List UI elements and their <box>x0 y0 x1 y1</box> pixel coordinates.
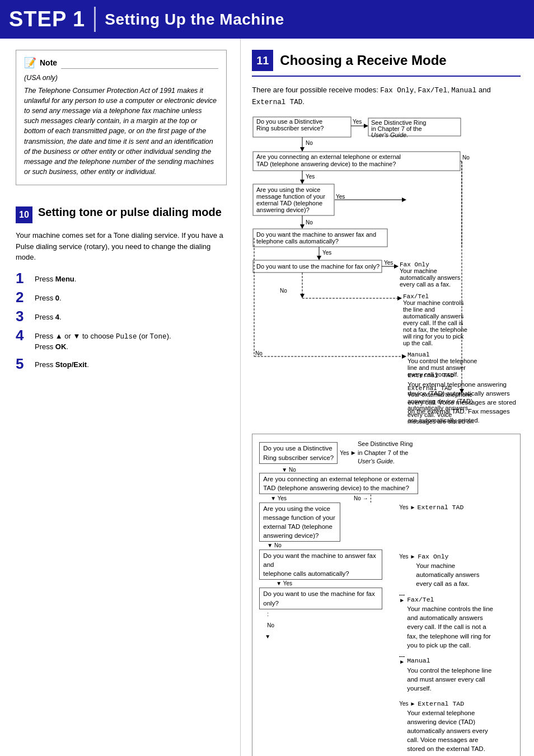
step-text-5: Press Stop/Exit. <box>35 358 89 370</box>
svg-text:automatically answers: automatically answers <box>400 274 461 281</box>
ext-tad-label-top: External TAD <box>418 504 464 511</box>
step-label: STEP 1 <box>9 4 85 34</box>
svg-marker-11 <box>300 147 305 152</box>
svg-text:Are you using the voice: Are you using the voice <box>256 186 320 193</box>
step-text-4: Press ▲ or ▼ to choose Pulse (or Tone).P… <box>35 329 171 353</box>
svg-marker-49 <box>397 296 402 300</box>
section10-badge: 10 <box>16 206 32 223</box>
step-text-2: Press 0. <box>35 291 62 303</box>
svg-text:Yes: Yes <box>336 194 345 200</box>
fax-only-label: Fax Only <box>418 552 448 561</box>
fax-only-desc: Your machine automatically answers every… <box>399 561 491 588</box>
svg-marker-68 <box>402 198 406 202</box>
svg-marker-46 <box>300 294 305 298</box>
note-icon: 📝 <box>24 56 36 70</box>
fax-tel-label: Fax/Tel <box>407 595 434 604</box>
step-item: 2 Press 0. <box>16 291 227 304</box>
section10-title: Setting tone or pulse dialing mode <box>38 205 222 219</box>
svg-marker-62 <box>402 354 406 359</box>
manual-row: ► Manual <box>399 656 494 666</box>
flow-ext-tad-desc-block: Yes ► External TAD Your external telepho… <box>399 699 494 756</box>
svg-text:User's Guide.: User's Guide. <box>371 132 408 138</box>
flow-q1-yes: Yes ► See Distinctive Ringin Chapter 7 o… <box>340 440 413 466</box>
svg-text:Do you want the machine to ans: Do you want the machine to answer fax an… <box>256 231 376 238</box>
svg-text:No: No <box>280 288 287 294</box>
svg-text:the line and: the line and <box>403 306 435 313</box>
q4-yes-arrow: ▼ Yes <box>259 580 382 588</box>
flow-q3-area: Are you using the voicemessage function … <box>259 503 513 756</box>
svg-text:Your machine: Your machine <box>400 267 437 274</box>
flow-q2-box: Are you connecting an external telephone… <box>259 473 418 494</box>
q5-no-label: No <box>259 622 274 630</box>
note-usa: (USA only) <box>24 73 218 83</box>
section11-badge: 11 <box>252 50 273 71</box>
flow-modes-col: Yes ► External TAD Yes ► Fax Only Your m… <box>399 503 494 756</box>
fax-only-yes-label: Yes ► <box>399 553 415 561</box>
svg-text:will ring for you to pick: will ring for you to pick <box>402 333 464 340</box>
flow-q3-box: Are you using the voicemessage function … <box>259 503 340 542</box>
svg-text:Are you connecting an external: Are you connecting an external telephone… <box>256 153 401 160</box>
flow-fax-tel: ► Fax/Tel Your machine controls the line… <box>399 595 494 649</box>
section10-heading: 10 Setting tone or pulse dialing mode <box>16 205 227 223</box>
svg-text:TAD (telephone answering devic: TAD (telephone answering device) to the … <box>256 161 396 167</box>
manual-desc: You control the telephone line and must … <box>399 666 494 693</box>
flow-q1-no-arrow: ▼ No <box>259 467 513 473</box>
note-line <box>61 68 218 69</box>
svg-text:message function of your: message function of your <box>256 193 325 200</box>
step-item: 3 Press 4. <box>16 310 227 323</box>
svg-marker-34 <box>317 256 321 260</box>
svg-marker-39 <box>394 264 399 269</box>
receive-mode-flowchart: Do you use a DistinctiveRing subscriber … <box>252 434 521 756</box>
right-column: 11 Choosing a Receive Mode There are fou… <box>240 39 534 756</box>
svg-text:not a fax, the telephone: not a fax, the telephone <box>403 326 467 333</box>
note-box: 📝 Note (USA only) The Telephone Consumer… <box>16 50 227 185</box>
receive-mode-diagram: Do you use a Distinctive Ring subscriber… <box>252 116 521 425</box>
step-num-4: 4 <box>16 328 29 342</box>
svg-marker-28 <box>300 224 305 229</box>
flow-q5-box: Do you want to use the machine for fax o… <box>259 588 382 609</box>
svg-text:up the call.: up the call. <box>403 340 433 346</box>
note-label: Note <box>40 58 57 69</box>
step-num-1: 1 <box>16 271 29 285</box>
ext-tad-desc: Your external telephone answering device… <box>399 708 494 756</box>
flow-q1-yes-text: See Distinctive Ringin Chapter 7 of theU… <box>358 440 413 466</box>
ext-tad-yes2: Yes ► <box>399 700 415 708</box>
ext-tad-row: Yes ► External TAD <box>399 699 494 708</box>
fax-only-row: Yes ► Fax Only <box>399 552 494 561</box>
ext-tad-mode-label: External TAD <box>407 372 454 379</box>
q3-no-arrow: ▼ No <box>259 542 382 550</box>
q5-no-down: ▼ <box>259 633 274 641</box>
q2-no-label: No → <box>354 495 371 503</box>
svg-text:answering device)?: answering device)? <box>256 206 310 213</box>
svg-marker-4 <box>364 124 368 128</box>
flow-ext-tad-yes: Yes ► External TAD <box>399 503 494 512</box>
fax-tel-dashed: ► <box>399 595 405 604</box>
flow-manual: ► Manual You control the telephone line … <box>399 656 494 693</box>
left-column: 📝 Note (USA only) The Telephone Consumer… <box>0 39 240 756</box>
q5-no-arrow: : <box>259 611 274 618</box>
svg-text:telephone calls automatically?: telephone calls automatically? <box>256 238 339 245</box>
section10-steps: 1 Press Menu. 2 Press 0. 3 Press 4. 4 Pr… <box>16 272 227 372</box>
q2-yes-arrow: ▼ Yes <box>270 495 287 503</box>
section11-heading: 11 Choosing a Receive Mode <box>252 50 521 77</box>
flow-row-1: Do you use a DistinctiveRing subscriber … <box>259 440 513 466</box>
svg-text:Ring subscriber service?: Ring subscriber service? <box>256 125 324 132</box>
step-num-3: 3 <box>16 309 29 323</box>
svg-text:You control the telephone: You control the telephone <box>407 358 477 364</box>
step-text-1: Press Menu. <box>35 272 76 284</box>
note-body: The Telephone Consumer Protection Act of… <box>24 86 218 177</box>
step-item: 5 Press Stop/Exit. <box>16 358 227 371</box>
svg-text:Yes: Yes <box>306 173 315 180</box>
step-text-3: Press 4. <box>35 310 62 322</box>
manual-label: Manual <box>407 656 430 665</box>
svg-text:line and must answer: line and must answer <box>407 364 466 371</box>
flow-q5-branches: : No ▼ <box>259 611 382 641</box>
fax-tel-desc: Your machine controls the line and autom… <box>399 604 494 649</box>
section10-intro: Your machine comes set for a Tone dialin… <box>16 230 227 263</box>
page-header: STEP 1 Setting Up the Machine <box>0 0 534 39</box>
section11-title: Choosing a Receive Mode <box>280 51 446 70</box>
step-num-2: 2 <box>16 290 29 304</box>
step-num-5: 5 <box>16 356 29 371</box>
fax-tel-row: ► Fax/Tel <box>399 595 494 604</box>
q1-yes-label: Yes <box>340 449 349 457</box>
